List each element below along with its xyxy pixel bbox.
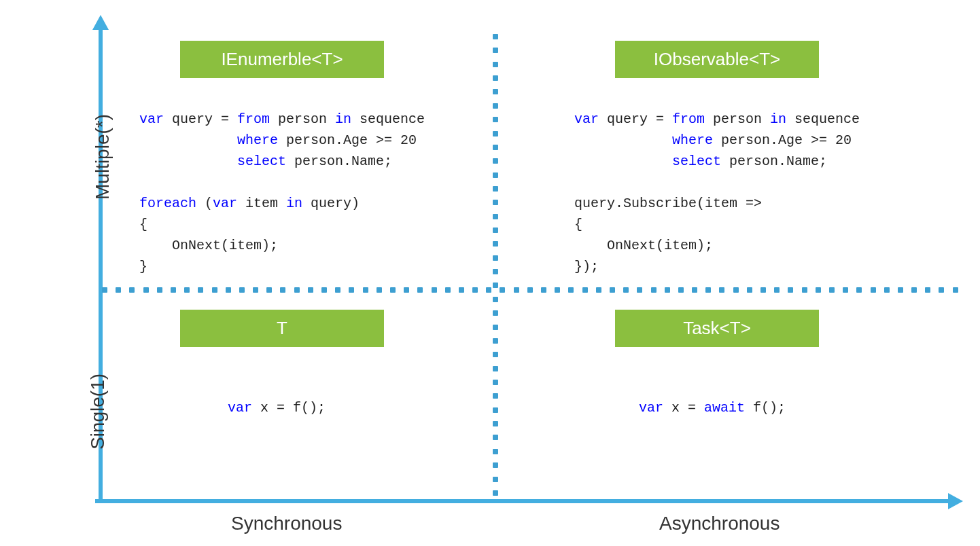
code-task-t: var x = await f(); [639,397,786,418]
y-axis-arrow-icon [92,15,109,30]
y-axis-label-multiple: Multiple(*) [92,114,113,200]
vertical-divider [493,34,498,496]
horizontal-divider [102,287,958,293]
tag-iobservable: IObservable<T> [615,41,819,78]
tag-t: T [180,310,384,347]
x-axis-label-sync: Synchronous [231,513,342,534]
tag-ienumerable: IEnumerble<T> [180,41,384,78]
x-axis-arrow-icon [948,493,963,509]
code-ienumerable: var query = from person in sequence wher… [139,109,425,277]
quadrant-diagram: Multiple(*) Single(1) Synchronous Asynch… [0,0,980,546]
x-axis-label-async: Asynchronous [659,513,780,534]
x-axis-line [95,499,951,503]
tag-task-t: Task<T> [615,310,819,347]
y-axis-label-single: Single(1) [87,374,109,450]
code-iobservable: var query = from person in sequence wher… [574,109,860,277]
code-t: var x = f(); [228,397,326,418]
